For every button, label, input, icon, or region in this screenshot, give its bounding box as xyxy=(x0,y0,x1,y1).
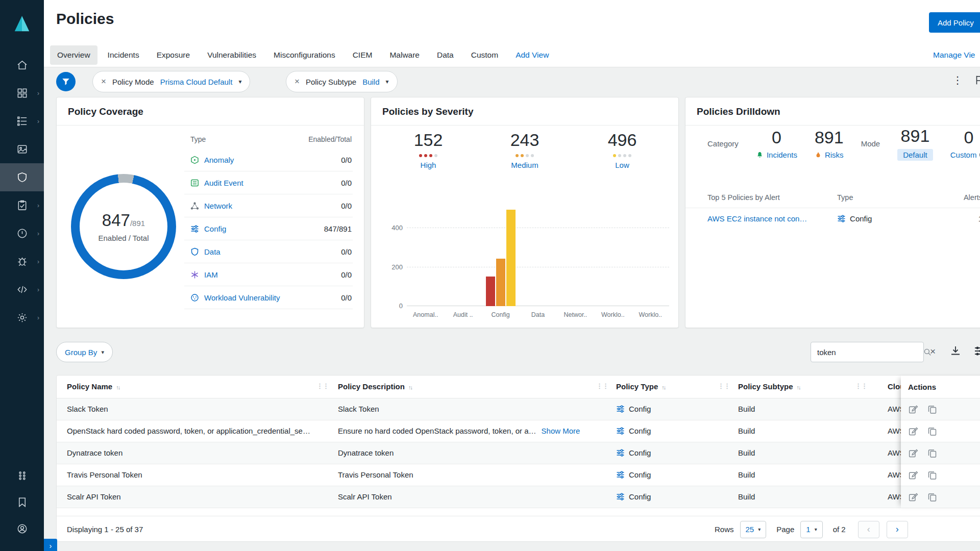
sidebar-item-saved-views[interactable] xyxy=(0,489,44,515)
custom-mode-link[interactable]: Custom xyxy=(950,151,977,159)
download-icon[interactable] xyxy=(949,345,962,357)
table-row[interactable]: Slack Token Slack Token Config Build AWS xyxy=(57,398,980,420)
medium-link[interactable]: Medium xyxy=(511,161,538,169)
sidebar-item-settings[interactable]: › xyxy=(0,304,44,332)
sidebar-item-compliance[interactable]: › xyxy=(0,191,44,219)
column-header-policy-type[interactable]: Policy Type↑↓ xyxy=(616,382,665,391)
profile-icon xyxy=(16,523,28,535)
sidebar-item-apps[interactable] xyxy=(0,462,44,489)
rows-per-page-select[interactable]: 25▾ xyxy=(740,521,767,538)
sidebar-item-alerts[interactable]: › xyxy=(0,219,44,247)
policy-name-cell[interactable]: Slack Token xyxy=(67,405,108,413)
policy-name-cell[interactable]: Scalr API Token xyxy=(67,492,121,501)
coverage-type-link[interactable]: Workload Vulnerability xyxy=(204,293,280,302)
column-settings-icon[interactable] xyxy=(973,345,980,357)
filter-chip-value[interactable]: Prisma Cloud Default xyxy=(160,78,233,86)
show-more-link[interactable]: Show More xyxy=(542,427,580,435)
default-mode-chip[interactable]: Default xyxy=(897,149,933,161)
column-resize-handle[interactable]: ⋮⋮ xyxy=(718,382,730,390)
sidebar-item-governance[interactable] xyxy=(0,163,44,191)
group-by-button[interactable]: Group By ▾ xyxy=(56,342,113,362)
clear-search-icon[interactable]: × xyxy=(930,346,936,357)
column-resize-handle[interactable]: ⋮⋮ xyxy=(596,382,608,390)
plot-area xyxy=(407,209,669,306)
table-row[interactable]: OpenStack hard coded password, token, or… xyxy=(57,420,980,442)
clone-icon[interactable] xyxy=(927,448,938,459)
tab-malware[interactable]: Malware xyxy=(382,45,427,65)
prisma-cloud-logo-icon[interactable] xyxy=(12,14,32,34)
more-options-icon[interactable]: ⋮ xyxy=(952,74,963,86)
add-view-button[interactable]: Add View xyxy=(508,45,556,65)
manage-views-link[interactable]: Manage Vie xyxy=(933,51,975,60)
tab-misconfigurations[interactable]: Misconfigurations xyxy=(266,45,342,65)
previous-page-button[interactable]: ‹ xyxy=(858,521,879,538)
edit-icon[interactable] xyxy=(908,492,919,503)
sidebar-item-home[interactable] xyxy=(0,51,44,79)
column-resize-handle[interactable]: ⋮⋮ xyxy=(316,382,329,390)
flag-icon[interactable] xyxy=(974,74,980,86)
remove-filter-icon[interactable]: × xyxy=(295,77,300,87)
add-policy-button[interactable]: Add Policy xyxy=(929,12,980,33)
chevron-down-icon[interactable]: ▾ xyxy=(386,78,389,85)
policy-name-cell[interactable]: Travis Personal Token xyxy=(67,470,142,479)
column-header-actions: Actions xyxy=(901,375,980,398)
sort-icon[interactable]: ↑↓ xyxy=(797,384,800,390)
search-input[interactable] xyxy=(811,348,923,357)
sidebar-item-dashboards[interactable]: › xyxy=(0,79,44,107)
filter-button[interactable] xyxy=(56,72,76,91)
clone-icon[interactable] xyxy=(927,404,938,415)
incidents-link[interactable]: Incidents xyxy=(767,151,797,159)
table-row[interactable]: Scalr API Token Scalr API Token Config B… xyxy=(57,486,980,508)
low-link[interactable]: Low xyxy=(615,161,629,169)
coverage-type-link[interactable]: IAM xyxy=(204,270,218,279)
column-header-policy-description[interactable]: Policy Description↑↓ xyxy=(338,382,412,391)
filter-chip-value[interactable]: Build xyxy=(362,78,379,86)
clone-icon[interactable] xyxy=(927,470,938,481)
coverage-type-link[interactable]: Anomaly xyxy=(204,156,234,164)
policy-link[interactable]: AWS EC2 instance not con… xyxy=(707,214,807,223)
sort-icon[interactable]: ↑↓ xyxy=(116,384,119,390)
policy-name-cell[interactable]: OpenStack hard coded password, token, or… xyxy=(67,427,310,435)
coverage-type-link[interactable]: Network xyxy=(204,202,232,210)
sort-icon[interactable]: ↑↓ xyxy=(408,384,412,390)
clone-icon[interactable] xyxy=(927,492,938,503)
coverage-type-link[interactable]: Config xyxy=(204,224,226,233)
tab-exposure[interactable]: Exposure xyxy=(150,45,197,65)
table-row[interactable]: Dynatrace token Dynatrace token Config B… xyxy=(57,442,980,464)
coverage-type-link[interactable]: Data xyxy=(204,247,220,256)
edit-icon[interactable] xyxy=(908,470,919,481)
chevron-down-icon[interactable]: ▾ xyxy=(238,78,241,85)
table-row[interactable]: Travis Personal Token Travis Personal To… xyxy=(57,464,980,486)
sidebar-item-vulnerabilities[interactable]: › xyxy=(0,247,44,276)
clone-icon[interactable] xyxy=(927,426,938,437)
risks-link[interactable]: Risks xyxy=(825,151,844,159)
column-header-policy-subtype[interactable]: Policy Subtype↑↓ xyxy=(738,382,800,391)
sidebar-item-inventory[interactable] xyxy=(0,135,44,163)
edit-icon[interactable] xyxy=(908,426,919,437)
tab-ciem[interactable]: CIEM xyxy=(346,45,380,65)
coverage-type-link[interactable]: Audit Event xyxy=(204,179,243,187)
top-policies-header: Top 5 Policies by Alert xyxy=(707,193,837,202)
policy-description-cell: Travis Personal Token xyxy=(338,470,413,479)
page-select[interactable]: 1▾ xyxy=(800,521,822,538)
tab-overview[interactable]: Overview xyxy=(50,45,97,65)
tab-vulnerabilities[interactable]: Vulnerabilities xyxy=(200,45,263,65)
high-link[interactable]: High xyxy=(421,161,436,169)
sidebar-expand-handle[interactable]: › xyxy=(44,539,57,551)
policy-name-cell[interactable]: Dynatrace token xyxy=(67,448,122,457)
edit-icon[interactable] xyxy=(908,448,919,459)
column-resize-handle[interactable]: ⋮⋮ xyxy=(855,382,867,390)
tab-incidents[interactable]: Incidents xyxy=(101,45,146,65)
tab-custom[interactable]: Custom xyxy=(464,45,505,65)
sort-icon[interactable]: ↑↓ xyxy=(662,384,665,390)
column-header-policy-name[interactable]: Policy Name↑↓ xyxy=(67,382,119,391)
edit-icon[interactable] xyxy=(908,404,919,415)
sidebar-item-profile[interactable] xyxy=(0,515,44,542)
policy-type-value: Config xyxy=(850,214,872,223)
tab-data[interactable]: Data xyxy=(430,45,461,65)
severity-stat-medium: 243 Medium xyxy=(489,130,560,169)
sidebar-item-application-security[interactable]: › xyxy=(0,276,44,304)
sidebar-item-policies[interactable]: › xyxy=(0,107,44,135)
remove-filter-icon[interactable]: × xyxy=(101,77,106,87)
next-page-button[interactable]: › xyxy=(887,521,908,538)
